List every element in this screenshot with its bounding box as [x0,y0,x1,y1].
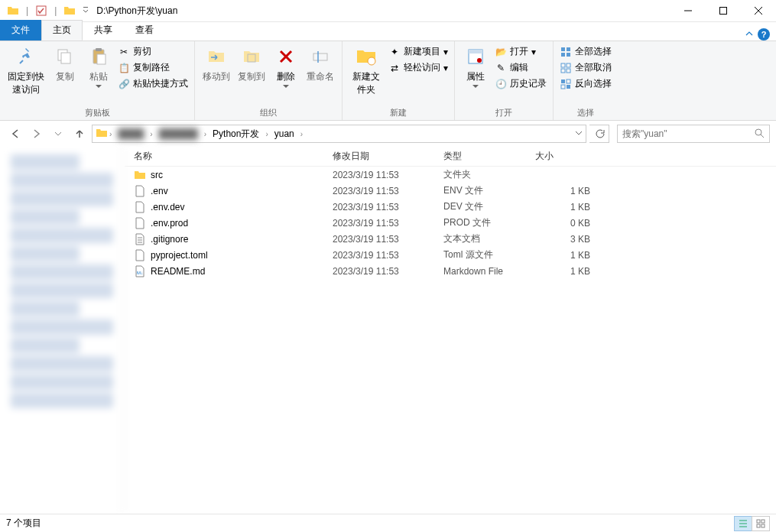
file-type: Markdown File [443,266,535,277]
item-count: 7 个项目 [6,517,41,530]
file-list: 名称 修改日期 类型 大小 src2023/3/19 11:53文件夹.env2… [125,147,776,514]
file-size: 1 KB [535,250,596,261]
paste-shortcut-button[interactable]: 🔗粘贴快捷方式 [116,76,190,91]
file-row[interactable]: pyproject.toml2023/3/19 11:53Toml 源文件1 K… [125,247,776,263]
address-bar[interactable]: › ████› ██████› Python开发› yuan› [92,125,586,143]
file-type-icon [134,185,146,197]
move-to-button[interactable]: 移动到 [200,43,233,85]
breadcrumb-hidden[interactable]: ████ [113,127,148,141]
copy-button[interactable]: 复制 [49,43,81,85]
icons-view-button[interactable] [752,516,770,531]
file-row[interactable]: .env.prod2023/3/19 11:53PROD 文件0 KB [125,215,776,231]
file-type-icon [134,169,146,181]
search-input[interactable] [622,128,754,139]
ribbon-collapse-icon[interactable] [745,29,753,40]
help-icon[interactable]: ? [758,28,770,41]
qat-dropdown-icon[interactable] [81,2,90,19]
file-type: PROD 文件 [443,216,535,229]
move-icon [204,44,229,69]
easy-access-button[interactable]: ⇄轻松访问 ▾ [387,60,450,75]
tab-home[interactable]: 主页 [41,20,83,41]
file-type: DEV 文件 [443,200,535,213]
breadcrumb-hidden[interactable]: ██████ [154,127,203,141]
open-icon: 📂 [495,46,507,58]
up-button[interactable] [70,125,89,143]
back-button[interactable] [6,125,24,143]
delete-button[interactable]: 删除 [270,43,302,89]
svg-rect-23 [567,53,570,57]
file-date: 2023/3/19 11:53 [333,202,443,212]
content-area: 名称 修改日期 类型 大小 src2023/3/19 11:53文件夹.env2… [0,147,776,514]
breadcrumb-segment[interactable]: yuan [270,127,299,141]
select-all-icon [560,46,572,58]
delete-icon [274,44,298,69]
details-view-button[interactable] [734,516,752,531]
svg-rect-42 [761,520,765,523]
search-icon[interactable] [754,128,765,141]
properties-icon [463,44,488,69]
path-icon: 📋 [118,62,130,74]
maximize-button[interactable] [706,0,741,22]
file-name: README.md [151,266,205,277]
file-row[interactable]: src2023/3/19 11:53文件夹 [125,167,776,183]
file-name: .gitignore [151,234,188,245]
svg-rect-15 [313,54,327,60]
file-size: 1 KB [535,186,596,196]
file-type-icon [134,249,146,261]
column-date[interactable]: 修改日期 [333,150,443,163]
pin-button[interactable]: 固定到快速访问 [5,43,47,98]
tab-view[interactable]: 查看 [124,20,165,41]
invert-icon [560,78,572,90]
history-button[interactable]: 🕘历史记录 [493,76,548,91]
svg-rect-29 [567,79,570,83]
copy-path-button[interactable]: 📋复制路径 [116,60,190,75]
edit-button[interactable]: ✎编辑 [493,60,548,75]
breadcrumb-segment[interactable]: Python开发 [208,126,264,142]
select-all-button[interactable]: 全部选择 [558,44,613,59]
paste-button[interactable]: 粘贴 [83,43,115,89]
column-name[interactable]: 名称 [134,150,333,163]
file-row[interactable]: .gitignore2023/3/19 11:53文本文档3 KB [125,231,776,247]
file-size: 1 KB [535,202,596,212]
file-row[interactable]: .env2023/3/19 11:53ENV 文件1 KB [125,183,776,199]
scissors-icon: ✂ [118,46,130,58]
svg-rect-22 [561,53,565,57]
properties-button[interactable]: 属性 [459,43,492,89]
open-button[interactable]: 📂打开 ▾ [493,44,548,59]
edit-icon: ✎ [495,62,507,74]
refresh-button[interactable] [589,125,609,143]
invert-selection-button[interactable]: 反向选择 [558,76,613,91]
quick-access-toolbar: | | [0,2,90,19]
rename-button[interactable]: 重命名 [304,43,337,85]
column-headers[interactable]: 名称 修改日期 类型 大小 [125,147,776,167]
checkbox-icon[interactable] [33,2,50,19]
file-row[interactable]: .env.dev2023/3/19 11:53DEV 文件1 KB [125,199,776,215]
recent-dropdown[interactable] [49,125,67,143]
cut-button[interactable]: ✂剪切 [116,44,190,59]
forward-button[interactable] [28,125,46,143]
tab-file[interactable]: 文件 [0,20,41,41]
file-row[interactable]: M↓README.md2023/3/19 11:53Markdown File1… [125,263,776,279]
search-box[interactable] [617,125,770,143]
column-size[interactable]: 大小 [535,150,596,163]
file-type-icon [134,201,146,213]
ribbon-group-organize: 移动到 复制到 删除 重命名 组织 [195,41,343,120]
folder-icon [61,2,78,19]
svg-rect-11 [97,54,106,64]
new-folder-button[interactable]: 新建文件夹 [347,43,385,98]
column-type[interactable]: 类型 [443,150,535,163]
tab-share[interactable]: 共享 [83,20,124,41]
new-item-button[interactable]: ✦新建项目 ▾ [387,44,450,59]
select-none-button[interactable]: 全部取消 [558,60,613,75]
svg-rect-41 [757,520,760,523]
svg-rect-10 [96,48,102,51]
file-date: 2023/3/19 11:53 [333,266,443,277]
copy-to-button[interactable]: 复制到 [235,43,268,85]
svg-point-32 [755,129,761,135]
file-name: pyproject.toml [151,250,208,261]
navigation-pane[interactable] [0,147,125,514]
minimize-button[interactable] [670,0,706,22]
address-dropdown-icon[interactable] [575,128,583,139]
close-button[interactable] [741,0,776,22]
file-type-icon [134,233,146,245]
